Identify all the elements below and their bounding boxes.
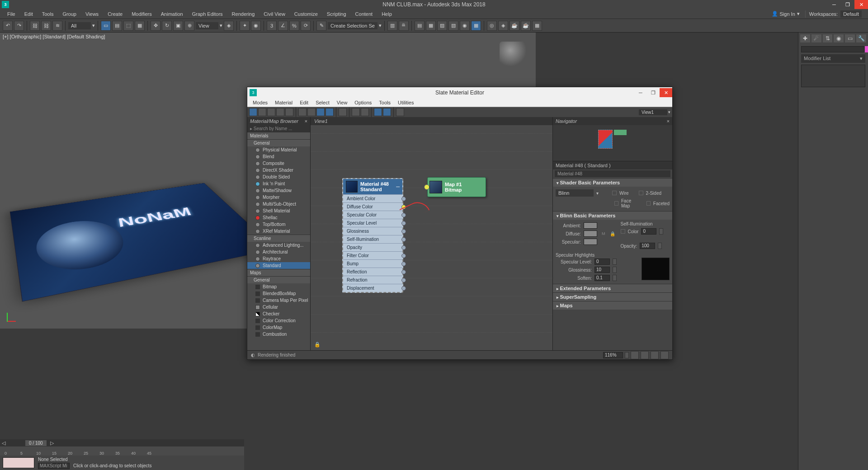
navigator-mapnode[interactable] xyxy=(614,130,627,135)
render-setup-button[interactable]: ◎ xyxy=(487,21,497,31)
spinner[interactable] xyxy=(659,228,663,235)
align-button[interactable]: ≞ xyxy=(399,21,409,31)
slate-menu-tools[interactable]: Tools xyxy=(375,99,394,106)
filter-select[interactable]: All xyxy=(68,22,91,29)
slate-menu-view[interactable]: View xyxy=(333,99,351,106)
slot-displacement[interactable]: Displacement xyxy=(343,284,402,292)
menu-modifiers[interactable]: Modifiers xyxy=(127,10,156,18)
time-label[interactable]: 0 / 100 xyxy=(25,440,47,446)
slate-show-bg-button[interactable] xyxy=(326,108,334,116)
zoom-region-button[interactable] xyxy=(660,351,669,359)
menu-animation[interactable]: Animation xyxy=(156,10,188,18)
browser-item[interactable]: ColorMap xyxy=(247,324,310,331)
refcoord-select[interactable]: View xyxy=(196,22,218,29)
slate-hide-unused-button[interactable] xyxy=(307,108,316,116)
maximize-button[interactable]: ❐ xyxy=(841,0,854,9)
facemap-checkbox[interactable] xyxy=(614,201,618,206)
minimize-button[interactable]: ─ xyxy=(827,0,841,9)
scale-button[interactable]: ▣ xyxy=(173,21,183,31)
material-node-header[interactable]: Material #48 Standard ─ xyxy=(343,179,402,194)
node-wire[interactable] xyxy=(399,198,429,222)
collapse-icon[interactable]: ─ xyxy=(396,184,400,189)
mirror-button[interactable]: ▥ xyxy=(387,21,397,31)
menu-rendering[interactable]: Rendering xyxy=(227,10,259,18)
chevron-down-icon[interactable]: ▾ xyxy=(668,110,670,114)
bind-button[interactable]: ≋ xyxy=(52,21,62,31)
browser-item[interactable]: Advanced Lighting... xyxy=(247,242,310,249)
selset-select[interactable]: Create Selection Se xyxy=(328,22,377,29)
opacity-value[interactable]: 100 xyxy=(640,243,655,249)
close-icon[interactable]: × xyxy=(667,118,670,124)
time-slider[interactable]: ◁ 0 / 100 ▷ xyxy=(0,439,244,446)
viewcube[interactable] xyxy=(500,42,527,66)
display-tab[interactable]: ▭ xyxy=(845,34,855,42)
rollout-shader[interactable]: Shader Basic Parameters xyxy=(553,178,672,187)
selfillum-value[interactable]: 0 xyxy=(641,228,656,235)
menu-help[interactable]: Help xyxy=(377,10,396,18)
scene-object[interactable]: NoNaM xyxy=(10,183,277,302)
next-frame-icon[interactable]: ▷ xyxy=(48,440,56,446)
diffuse-swatch[interactable] xyxy=(584,230,597,237)
spinnersnap-button[interactable]: ⟳ xyxy=(301,21,311,31)
pan-button[interactable] xyxy=(631,351,639,359)
unlink-button[interactable]: ⛓ xyxy=(41,21,51,31)
slot-refraction[interactable]: Refraction xyxy=(343,276,402,284)
close-button[interactable]: ✕ xyxy=(854,0,868,9)
slot-ambient[interactable]: Ambient Color xyxy=(343,194,402,202)
slot-speclevel[interactable]: Specular Level xyxy=(343,219,402,227)
slate-byname-button[interactable] xyxy=(396,108,404,116)
browser-item[interactable]: Camera Map Per Pixel xyxy=(247,297,310,304)
browser-item[interactable]: Morpher xyxy=(247,194,310,201)
spinner[interactable] xyxy=(625,352,629,358)
slate-menu-edit[interactable]: Edit xyxy=(296,99,312,106)
modifier-list-dropdown[interactable]: Modifier List▾ xyxy=(801,54,865,63)
browser-item[interactable]: DirectX Shader xyxy=(247,167,310,174)
hierarchy-tab[interactable]: ⇅ xyxy=(823,34,833,42)
navigator[interactable] xyxy=(553,125,672,161)
browser-item[interactable]: Ink 'n Paint xyxy=(247,180,310,187)
spinner[interactable] xyxy=(613,258,617,265)
browser-item[interactable]: Blend xyxy=(247,153,310,160)
close-icon[interactable]: × xyxy=(305,118,307,124)
chevron-down-icon[interactable]: ▾ xyxy=(92,23,95,28)
slate-view-select[interactable]: View1 xyxy=(639,109,667,115)
slot-selfillum[interactable]: Self-Illumination xyxy=(343,235,402,243)
maxscript-swatch[interactable] xyxy=(3,457,34,468)
anglesnap-button[interactable]: ∠ xyxy=(278,21,288,31)
menu-file[interactable]: File xyxy=(3,10,20,18)
slate-tb-btn[interactable] xyxy=(276,108,284,116)
prev-frame-icon[interactable]: ◁ xyxy=(0,440,7,446)
slate-close-button[interactable]: ✕ xyxy=(660,88,672,97)
specular-swatch[interactable] xyxy=(584,239,597,245)
browser-item[interactable]: Checker xyxy=(247,310,310,317)
menu-tools[interactable]: Tools xyxy=(38,10,58,18)
workspace-select[interactable]: Default xyxy=(840,10,862,18)
browser-search[interactable]: ▸ Search by Name ... xyxy=(247,125,310,132)
slate-paramed-button[interactable] xyxy=(383,108,391,116)
lock-icon[interactable]: 🔒 xyxy=(610,231,615,236)
rendered-frame-button[interactable]: ◈ xyxy=(498,21,508,31)
undo-button[interactable]: ↶ xyxy=(3,21,13,31)
selectname-button[interactable]: ▤ xyxy=(112,21,122,31)
chevron-down-icon[interactable]: ▾ xyxy=(220,23,222,28)
slot-diffuse[interactable]: Diffuse Color xyxy=(343,202,402,211)
zoom-button[interactable] xyxy=(641,351,649,359)
percentsnap-button[interactable]: % xyxy=(289,21,299,31)
browser-item[interactable]: Physical Material xyxy=(247,146,310,153)
modify-tab[interactable]: ☄ xyxy=(811,34,821,42)
lock-icon[interactable]: 🔒 xyxy=(314,342,321,348)
namedselset-button[interactable]: ✎ xyxy=(316,21,326,31)
slate-menu-utilities[interactable]: Utilities xyxy=(394,99,417,106)
cat-general[interactable]: General xyxy=(247,139,310,146)
rollout-extended[interactable]: Extended Parameters xyxy=(553,284,672,292)
slot-reflection[interactable]: Reflection xyxy=(343,268,402,276)
modifier-stack[interactable] xyxy=(801,65,865,87)
menu-grapheditors[interactable]: Graph Editors xyxy=(188,10,227,18)
node-canvas[interactable]: Material #48 Standard ─ Ambient Color Di… xyxy=(311,126,552,350)
render-iterative-button[interactable]: ☕ xyxy=(521,21,531,31)
slate-preview-button[interactable] xyxy=(339,108,347,116)
spinner[interactable] xyxy=(658,243,662,249)
pivot-button[interactable]: ◈ xyxy=(224,21,234,31)
browser-item[interactable]: Double Sided xyxy=(247,174,310,180)
menu-scripting[interactable]: Scripting xyxy=(322,10,351,18)
